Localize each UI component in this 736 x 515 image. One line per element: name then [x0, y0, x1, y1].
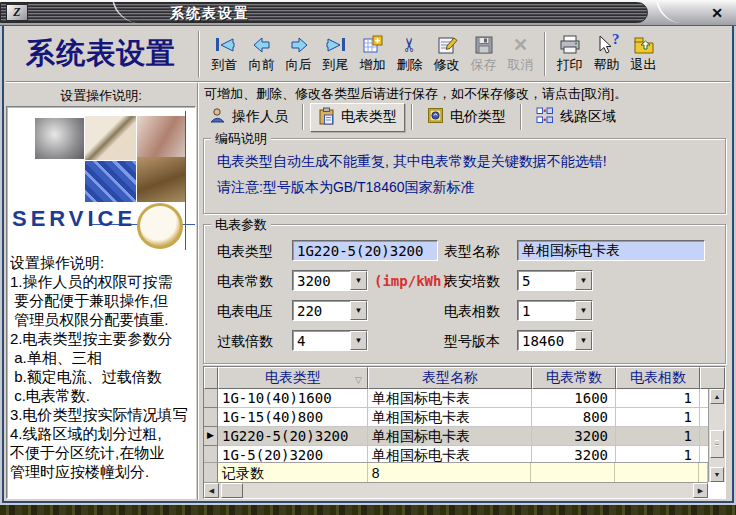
photo-clips [137, 116, 185, 160]
params-groupbox: 电表参数 电表类型 表型名称 电表常数 3200 ▼ (imp/kWh) 表安培… [203, 224, 726, 364]
overload-combo[interactable]: 4 ▼ [292, 330, 368, 351]
cell-meter-constant: 3200 [532, 427, 616, 446]
delete-button[interactable]: ✂ 删除 [391, 31, 428, 72]
scroll-left-icon[interactable]: ◀ [204, 483, 219, 498]
help-button[interactable]: ? 帮助 [588, 31, 625, 72]
vertical-scroll-thumb[interactable] [710, 430, 724, 458]
edit-label: 修改 [434, 57, 460, 72]
scroll-down-icon[interactable]: ▼ [710, 467, 724, 482]
table-row[interactable]: 1G-10(40)1600 单相国标电卡表 1600 1 [204, 389, 725, 408]
table-row[interactable]: 1G-15(40)800 单相国标电卡表 800 1 [204, 408, 725, 427]
column-header-phases[interactable]: 电表相数 [616, 367, 700, 389]
header-indicator-cell [204, 367, 218, 389]
page-title: 系统表设置 [8, 30, 194, 78]
combo-arrow-icon[interactable]: ▼ [575, 301, 592, 320]
exit-label: 退出 [631, 57, 657, 72]
first-icon [213, 32, 237, 57]
tab-price-types[interactable]: 电价类型 [419, 103, 514, 131]
titlebar: Z 系统表设置 ✕ [0, 0, 736, 26]
version-label: 型号版本 [444, 333, 500, 351]
window-title: 系统表设置 [170, 5, 250, 23]
tab-operators[interactable]: 操作人员 [201, 103, 296, 131]
meter-type-field[interactable] [292, 240, 438, 261]
sort-icon: ▽ [355, 371, 362, 390]
combo-value: 220 [293, 301, 350, 320]
save-button[interactable]: 保存 [465, 31, 502, 72]
exit-button[interactable]: 退出 [625, 31, 662, 72]
horizontal-scrollbar[interactable]: ◀ ▶ [204, 482, 708, 498]
close-icon[interactable]: ✕ [707, 3, 727, 23]
cell-model-name: 单相国标电卡表 [368, 427, 532, 446]
print-button[interactable]: 打印 [551, 31, 588, 72]
coding-line-1: 电表类型自动生成不能重复, 其中电表常数是关键数据不能选错! [217, 148, 725, 174]
footer-cell [699, 463, 708, 482]
titlebar-curve [656, 2, 688, 23]
vertical-scrollbar[interactable]: ▲ ▼ [708, 389, 725, 482]
last-button[interactable]: 到尾 [317, 31, 354, 72]
sidebar-collage-image: SERVICE [7, 107, 195, 250]
scroll-right-icon[interactable]: ▶ [693, 483, 708, 498]
combo-arrow-icon[interactable]: ▼ [350, 331, 367, 350]
horizontal-scroll-thumb[interactable] [221, 483, 243, 498]
meter-types-table: 电表类型 ▽ 表型名称 电表常数 电表相数 1G-10(40)1600 单相国标… [203, 366, 726, 499]
amperage-combo[interactable]: 5 ▼ [517, 270, 593, 291]
instruction-line: 1.操作人员的权限可按需 [10, 272, 195, 291]
cancel-button[interactable]: ✕ 取消 [502, 31, 539, 72]
row-pointer-icon: ▶ [204, 427, 218, 446]
save-icon [474, 32, 494, 57]
print-icon [559, 32, 581, 57]
desktop-background [0, 505, 736, 515]
help-label: 帮助 [594, 57, 620, 72]
photo-keyboard [85, 161, 136, 202]
combo-value: 3200 [293, 271, 350, 290]
add-button[interactable]: 增加 [354, 31, 391, 72]
next-button[interactable]: 向后 [280, 31, 317, 72]
column-header-meter-constant[interactable]: 电表常数 [532, 367, 616, 389]
phases-combo[interactable]: 1 ▼ [517, 300, 593, 321]
combo-arrow-icon[interactable]: ▼ [575, 271, 592, 290]
main-panel: 可增加、删除、修改各类型后请进行保存，如不保存修改，请点击[取消]。 操作人员 … [201, 84, 730, 499]
photo-watch [137, 203, 183, 249]
combo-value: 1 [518, 301, 575, 320]
table-row-selected[interactable]: ▶ 1G220-5(20)3200 单相国标电卡表 3200 1 [204, 427, 725, 446]
edit-button[interactable]: 修改 [428, 31, 465, 72]
voltage-combo[interactable]: 220 ▼ [292, 300, 368, 321]
meter-constant-unit: (imp/kWh) [374, 273, 450, 289]
cell-meter-constant: 800 [532, 408, 616, 427]
combo-arrow-icon[interactable]: ▼ [575, 331, 592, 350]
app-logo-icon: Z [6, 4, 28, 21]
meter-type-label: 电表类型 [217, 243, 273, 261]
meter-constant-combo[interactable]: 3200 ▼ [292, 270, 368, 291]
combo-arrow-icon[interactable]: ▼ [350, 301, 367, 320]
cell-meter-type: 1G220-5(20)3200 [218, 427, 368, 446]
combo-arrow-icon[interactable]: ▼ [350, 271, 367, 290]
cell-meter-constant: 1600 [532, 389, 616, 408]
sidebar-main-divider [197, 83, 199, 500]
first-button[interactable]: 到首 [206, 31, 243, 72]
model-name-field[interactable] [517, 240, 705, 261]
cancel-label: 取消 [508, 57, 534, 72]
instruction-line: 要分配便于兼职操作,但 [10, 291, 195, 310]
cell-model-name: 单相国标电卡表 [368, 408, 532, 427]
params-legend: 电表参数 [211, 216, 271, 234]
header-band: 系统表设置 到首 向前 [6, 29, 730, 82]
column-header-model-name[interactable]: 表型名称 [368, 367, 532, 389]
tab-meter-types[interactable]: 电表类型 [310, 103, 405, 132]
photo-stapler [35, 118, 84, 159]
price-book-icon [427, 107, 444, 127]
prev-button[interactable]: 向前 [243, 31, 280, 72]
column-header-meter-type[interactable]: 电表类型 ▽ [218, 367, 368, 389]
scroll-up-icon[interactable]: ▲ [710, 389, 724, 404]
header-filler-cell [700, 367, 725, 389]
tab-separator [302, 104, 304, 130]
version-combo[interactable]: 18460 ▼ [517, 330, 593, 351]
model-name-label: 表型名称 [444, 243, 500, 261]
cell-phases: 1 [616, 427, 700, 446]
footer-cell [531, 463, 615, 482]
exit-icon [633, 32, 655, 57]
tab-line-regions[interactable]: 线路区域 [528, 103, 624, 131]
footer-indicator-cell [204, 463, 218, 482]
window-body: 系统表设置 到首 向前 [0, 26, 736, 505]
notice-text: 可增加、删除、修改各类型后请进行保存，如不保存修改，请点击[取消]。 [204, 85, 627, 103]
instruction-line: 管理员权限分配要慎重. [10, 310, 195, 329]
